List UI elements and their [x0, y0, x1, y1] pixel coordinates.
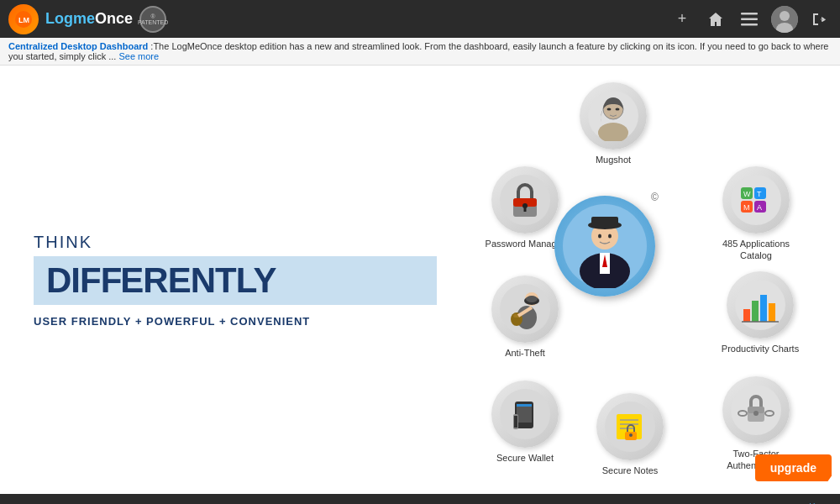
mugshot-icon[interactable]: Mugshot [571, 82, 655, 165]
copyright-mark: © [651, 192, 659, 203]
anti-theft-icon[interactable]: Anti-Theft [483, 276, 567, 359]
secure-notes-label: Secure Notes [602, 465, 659, 476]
tagline: USER FRIENDLY + POWERFUL + CONVENIENT [34, 315, 437, 328]
productivity-charts-icon[interactable]: Productivity Charts [718, 271, 802, 354]
navbar-left: LM LogmeOnce ®PATENTED [8, 4, 166, 34]
svg-text:T: T [757, 190, 762, 198]
info-text: Centralized Desktop Dashboard :The LogMe… [8, 41, 832, 61]
svg-rect-2 [741, 13, 758, 15]
svg-point-62 [629, 433, 633, 437]
secure-wallet-circle [491, 381, 559, 448]
svg-rect-55 [517, 404, 532, 407]
svg-rect-54 [514, 416, 517, 428]
svg-point-11 [607, 108, 612, 111]
anti-theft-circle [491, 276, 559, 343]
footer: Copyright © 2011-2020 LogmeOnce.com All … [0, 494, 840, 504]
svg-text:LM: LM [18, 16, 29, 24]
svg-rect-17 [524, 207, 527, 212]
svg-point-66 [753, 411, 759, 416]
svg-rect-33 [591, 217, 618, 226]
logo-text: LogmeOnce [45, 10, 133, 28]
svg-rect-3 [741, 18, 758, 20]
secure-notes-circle [596, 393, 664, 460]
secure-wallet-icon[interactable]: Secure Wallet [483, 381, 567, 464]
svg-text:A: A [757, 203, 762, 212]
upgrade-button[interactable]: upgrade [755, 454, 832, 481]
svg-point-39 [526, 296, 538, 302]
user-avatar[interactable] [771, 6, 798, 33]
svg-text:W: W [743, 190, 751, 198]
mugshot-circle [580, 82, 647, 150]
svg-text:M: M [743, 203, 750, 212]
see-more-link[interactable]: See more [118, 51, 159, 61]
svg-rect-46 [752, 301, 759, 322]
two-factor-auth-circle [722, 376, 790, 444]
applications-catalog-circle: W T M A [722, 166, 790, 234]
logo-icon: LM [8, 4, 39, 34]
mugshot-label: Mugshot [596, 154, 631, 165]
svg-point-18 [731, 175, 781, 225]
svg-rect-47 [760, 295, 767, 322]
svg-point-34 [598, 234, 601, 239]
home-button[interactable] [704, 8, 727, 31]
differently-box: DIFFERENTLY [34, 256, 437, 305]
svg-point-35 [608, 234, 612, 239]
productivity-charts-label: Productivity Charts [722, 343, 799, 354]
menu-button[interactable] [738, 8, 761, 31]
navbar: LM LogmeOnce ®PATENTED + [0, 0, 840, 38]
central-circle [554, 196, 655, 297]
info-bar: Centralized Desktop Dashboard :The LogMe… [0, 38, 840, 66]
secure-wallet-label: Secure Wallet [496, 452, 554, 464]
svg-rect-52 [517, 404, 532, 423]
svg-point-12 [616, 108, 620, 111]
svg-point-6 [780, 11, 790, 21]
applications-catalog-label: 485 Applications Catalog [714, 238, 798, 262]
logout-button[interactable] [808, 8, 832, 31]
differently-text: DIFFERENTLY [46, 263, 424, 298]
dashboard-link[interactable]: Centralized Desktop Dashboard [8, 41, 148, 51]
anti-theft-label: Anti-Theft [505, 347, 545, 359]
secure-notes-icon[interactable]: Secure Notes [588, 393, 672, 476]
left-panel: THINK DIFFERENTLY USER FRIENDLY + POWERF… [0, 66, 470, 494]
main-content: THINK DIFFERENTLY USER FRIENDLY + POWERF… [0, 66, 840, 494]
svg-rect-4 [741, 24, 758, 26]
central-avatar[interactable] [554, 196, 655, 297]
svg-rect-45 [743, 309, 750, 322]
password-manager-circle [491, 166, 559, 234]
patent-badge: ®PATENTED [139, 6, 166, 33]
navbar-right: + [670, 6, 832, 33]
applications-catalog-icon[interactable]: W T M A 485 Applications Catalog [714, 166, 798, 262]
right-panel: Mugshot Password Manager [470, 66, 840, 494]
add-button[interactable]: + [670, 8, 694, 31]
footer-copyright: Copyright © 2011-2020 LogmeOnce.com All … [8, 499, 242, 504]
svg-rect-48 [769, 303, 775, 322]
productivity-charts-circle [727, 271, 794, 339]
password-manager-label: Password Manager [486, 238, 565, 249]
think-text: THINK [34, 233, 437, 252]
